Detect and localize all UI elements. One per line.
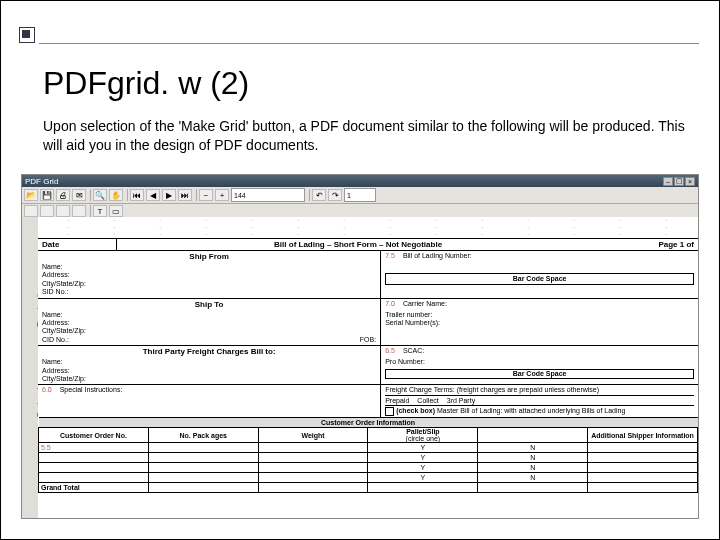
collect-label: Collect bbox=[417, 397, 438, 405]
ship-to-header: Ship To bbox=[38, 299, 381, 310]
name-label-2: Name: bbox=[42, 311, 376, 319]
address-label-3: Address: bbox=[42, 367, 376, 375]
ship-from-header: Ship From bbox=[38, 251, 381, 262]
third-party-header: Third Party Freight Charges Bill to: bbox=[38, 346, 381, 357]
first-page-icon[interactable]: ⏮ bbox=[130, 189, 144, 201]
csz-label: City/State/Zip: bbox=[42, 280, 376, 288]
header-rule bbox=[39, 43, 699, 44]
grand-total-row: Grand Total bbox=[39, 483, 698, 493]
barcode-space-2: Bar Code Space bbox=[385, 369, 694, 379]
cid-label: CID No.: bbox=[42, 336, 69, 343]
pdf-document: ·············· ·············· ··········… bbox=[38, 217, 698, 518]
col-addl: Additional Shipper Information bbox=[588, 428, 698, 443]
minimize-button[interactable]: – bbox=[663, 177, 673, 186]
col-pallet: Pallet/Slip (circle one) bbox=[368, 428, 478, 443]
zoom-field[interactable]: 1 bbox=[344, 188, 376, 202]
seal-label: Serial Number(s): bbox=[385, 319, 694, 327]
master-bol-text: Master Bill of Lading: with attached und… bbox=[437, 407, 625, 414]
window-title: PDF Grid bbox=[25, 177, 58, 186]
search-icon[interactable]: 🔍 bbox=[93, 189, 107, 201]
side-panel: Thumbnails Bookmarks bbox=[22, 217, 39, 518]
ruler-y3: 6.0 bbox=[42, 386, 52, 393]
carrier-label: Carrier Name: bbox=[403, 300, 447, 307]
special-instr-label: Special Instructions: bbox=[60, 386, 123, 393]
address-label-2: Address: bbox=[42, 319, 376, 327]
name-label: Name: bbox=[42, 263, 376, 271]
slide: PDFgrid. w (2) Upon selection of the 'Ma… bbox=[0, 0, 720, 540]
thirdparty-label: 3rd Party bbox=[447, 397, 475, 405]
pdf-viewer-window: PDF Grid – ▢ × 📂 💾 🖨 ✉ 🔍 ✋ ⏮ ◀ ▶ ⏭ − + 1… bbox=[21, 174, 699, 519]
bol-number-label: Bill of Lading Number: bbox=[403, 252, 472, 259]
grid-dots: ·············· bbox=[38, 231, 698, 238]
csz-label-2: City/State/Zip: bbox=[42, 327, 376, 335]
slide-body: Upon selection of the 'Make Grid' button… bbox=[43, 117, 691, 155]
col-weight: Weight bbox=[258, 428, 368, 443]
trailer-label: Trailer number: bbox=[385, 311, 694, 319]
page-label: Page 1 of bbox=[599, 239, 698, 250]
fob-label: FOB: bbox=[360, 336, 376, 344]
maximize-button[interactable]: ▢ bbox=[674, 177, 684, 186]
select-tool-icon[interactable]: ▭ bbox=[109, 205, 123, 217]
next-page-icon[interactable]: ▶ bbox=[162, 189, 176, 201]
tool-b-icon[interactable] bbox=[40, 205, 54, 217]
text-tool-icon[interactable]: T bbox=[93, 205, 107, 217]
rotate-ccw-icon[interactable]: ↶ bbox=[312, 189, 326, 201]
col-pkg: No. Pack ages bbox=[148, 428, 258, 443]
table-row: YN bbox=[39, 473, 698, 483]
prev-page-icon[interactable]: ◀ bbox=[146, 189, 160, 201]
grid-dots: ·············· bbox=[38, 224, 698, 231]
zoom-out-icon[interactable]: − bbox=[199, 189, 213, 201]
mail-icon[interactable]: ✉ bbox=[72, 189, 86, 201]
ruler-y2: 6.5 bbox=[385, 347, 395, 354]
ruler-y1: 7.0 bbox=[385, 300, 395, 307]
sid-label: SID No.: bbox=[42, 288, 376, 296]
last-page-icon[interactable]: ⏭ bbox=[178, 189, 192, 201]
name-label-3: Name: bbox=[42, 358, 376, 366]
date-label: Date bbox=[38, 239, 117, 250]
table-row: YN bbox=[39, 463, 698, 473]
page-field[interactable]: 144 bbox=[231, 188, 305, 202]
customer-order-table: Customer Order Information Customer Orde… bbox=[38, 417, 698, 493]
csz-label-3: City/State/Zip: bbox=[42, 375, 376, 383]
window-titlebar: PDF Grid – ▢ × bbox=[22, 175, 698, 187]
ruler-y0: 7.5 bbox=[385, 252, 395, 259]
table-row: 5.5YN bbox=[39, 443, 698, 453]
bullet-decoration bbox=[19, 27, 33, 41]
print-icon[interactable]: 🖨 bbox=[56, 189, 70, 201]
scac-label: SCAC: bbox=[403, 347, 424, 354]
slide-title: PDFgrid. w (2) bbox=[43, 65, 249, 102]
tool-a-icon[interactable] bbox=[24, 205, 38, 217]
address-label: Address: bbox=[42, 271, 376, 279]
coi-header: Customer Order Information bbox=[39, 418, 698, 428]
checkbox-label: (check box) bbox=[396, 407, 435, 414]
table-row: YN bbox=[39, 453, 698, 463]
freight-terms-label: Freight Charge Terms: (freight charges a… bbox=[385, 386, 694, 394]
rotate-cw-icon[interactable]: ↷ bbox=[328, 189, 342, 201]
pro-label: Pro Number: bbox=[385, 358, 694, 366]
prepaid-label: Prepaid bbox=[385, 397, 409, 405]
bol-title: Bill of Lading – Short Form – Not Negoti… bbox=[117, 239, 599, 250]
save-icon[interactable]: 💾 bbox=[40, 189, 54, 201]
close-button[interactable]: × bbox=[685, 177, 695, 186]
zoom-in-icon[interactable]: + bbox=[215, 189, 229, 201]
tool-d-icon[interactable] bbox=[72, 205, 86, 217]
toolbar-primary: 📂 💾 🖨 ✉ 🔍 ✋ ⏮ ◀ ▶ ⏭ − + 144 ↶ ↷ 1 bbox=[22, 187, 698, 204]
col-order: Customer Order No. bbox=[39, 428, 149, 443]
checkbox-icon[interactable] bbox=[385, 407, 394, 416]
barcode-space-1: Bar Code Space bbox=[385, 273, 694, 285]
grid-dots: ·············· bbox=[38, 217, 698, 224]
open-icon[interactable]: 📂 bbox=[24, 189, 38, 201]
tool-c-icon[interactable] bbox=[56, 205, 70, 217]
hand-icon[interactable]: ✋ bbox=[109, 189, 123, 201]
